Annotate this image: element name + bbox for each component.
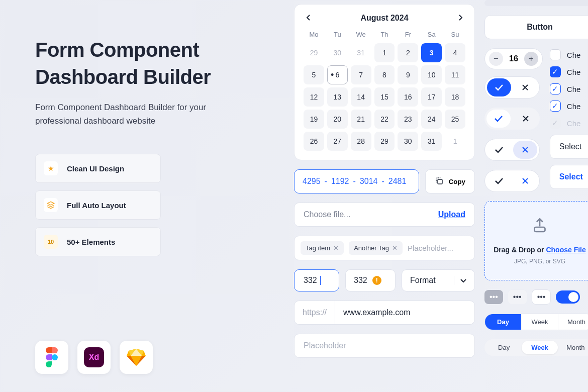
toggle[interactable] bbox=[484, 108, 540, 130]
minus-button[interactable]: − bbox=[489, 52, 503, 66]
copy-icon bbox=[435, 176, 444, 187]
segment-control-alt[interactable]: Day Week Month bbox=[484, 339, 588, 356]
calendar-day[interactable]: 29 bbox=[304, 43, 324, 62]
calendar-day[interactable]: 4 bbox=[445, 43, 465, 62]
file-input[interactable]: Choose file... Upload bbox=[294, 203, 475, 227]
tag-item[interactable]: Tag item✕ bbox=[301, 241, 344, 255]
button[interactable]: Button bbox=[484, 15, 588, 39]
calendar-day[interactable]: 14 bbox=[351, 87, 371, 107]
toggle[interactable] bbox=[484, 170, 540, 192]
close-icon[interactable]: ✕ bbox=[333, 244, 339, 252]
choose-file-link[interactable]: Choose File bbox=[546, 246, 585, 254]
toggle-accept[interactable] bbox=[484, 76, 540, 99]
number-input-focused[interactable]: 332 bbox=[294, 269, 339, 291]
checkbox-item[interactable]: ✓Che bbox=[550, 66, 588, 77]
dropzone[interactable]: Drag & Drop or Choose File JPG, PNG, or … bbox=[484, 201, 588, 280]
toggle[interactable] bbox=[484, 139, 540, 161]
plus-button[interactable]: + bbox=[524, 52, 538, 66]
calendar-day[interactable]: 27 bbox=[327, 132, 348, 151]
select-button[interactable]: Select bbox=[550, 135, 588, 159]
calendar-day[interactable]: 13 bbox=[327, 87, 348, 107]
layers-icon bbox=[44, 198, 58, 212]
calendar-day[interactable]: •6 bbox=[327, 65, 348, 84]
stepper[interactable]: − 16 + bbox=[484, 48, 543, 69]
segment-control[interactable]: Day Week Month bbox=[484, 314, 588, 330]
calendar-month: August 2024 bbox=[360, 14, 408, 23]
upload-link[interactable]: Upload bbox=[438, 210, 465, 219]
calendar-day[interactable]: 31 bbox=[421, 132, 442, 151]
calendar-day[interactable]: 30 bbox=[327, 43, 348, 62]
tag-item[interactable]: Another Tag✕ bbox=[349, 241, 403, 255]
calendar-day[interactable]: 26 bbox=[304, 132, 324, 151]
calendar-day[interactable]: 1 bbox=[374, 43, 395, 62]
more-button[interactable]: ••• bbox=[484, 290, 503, 304]
calendar-day[interactable]: 17 bbox=[421, 87, 442, 107]
more-button[interactable]: ••• bbox=[532, 289, 551, 305]
chevron-left-icon[interactable] bbox=[306, 14, 312, 23]
checkbox-item[interactable]: ✓Che bbox=[550, 83, 588, 94]
warning-icon: ! bbox=[372, 276, 381, 285]
calendar-day[interactable]: 25 bbox=[445, 110, 465, 129]
star-icon: ★ bbox=[44, 161, 58, 175]
number-input-warn[interactable]: 332! bbox=[345, 269, 396, 291]
format-select[interactable]: Format bbox=[402, 269, 475, 291]
close-icon bbox=[514, 110, 538, 128]
calendar-day[interactable]: 29 bbox=[374, 132, 395, 151]
calendar-day[interactable]: 2 bbox=[398, 43, 418, 62]
calendar-day[interactable]: 9 bbox=[398, 65, 418, 84]
calendar-day[interactable]: 21 bbox=[351, 110, 371, 129]
hero-title: Form ComponentDashboard Builder bbox=[35, 36, 266, 90]
calendar-day[interactable]: 10 bbox=[421, 65, 442, 84]
text-input[interactable]: Placeholder bbox=[294, 334, 475, 358]
check-icon bbox=[487, 172, 511, 190]
calendar-day[interactable]: 16 bbox=[398, 87, 418, 107]
dow-label: Su bbox=[445, 31, 465, 38]
check-icon bbox=[486, 110, 511, 128]
calendar-day[interactable]: 18 bbox=[445, 87, 465, 107]
calendar-day[interactable]: 23 bbox=[398, 110, 418, 129]
segment-option[interactable]: Week bbox=[522, 341, 557, 354]
url-input[interactable]: https:// www.example.com bbox=[294, 301, 475, 325]
calendar-day[interactable]: 15 bbox=[374, 87, 395, 107]
chevron-right-icon[interactable] bbox=[457, 14, 463, 23]
calendar-day[interactable]: 12 bbox=[304, 87, 324, 107]
calendar-day[interactable]: 7 bbox=[351, 65, 371, 84]
calendar-day[interactable]: 11 bbox=[445, 65, 465, 84]
calendar[interactable]: August 2024 MoTuWeThFrSaSu 29303112345•6… bbox=[294, 4, 475, 160]
calendar-day[interactable]: 31 bbox=[351, 43, 371, 62]
calendar-day[interactable]: 24 bbox=[421, 110, 442, 129]
segment-option[interactable]: Month bbox=[558, 314, 588, 330]
segment-option[interactable]: Day bbox=[485, 314, 522, 330]
dow-label: Mo bbox=[304, 31, 324, 38]
tag-input[interactable]: Tag item✕ Another Tag✕ Placeholder... bbox=[294, 236, 475, 260]
calendar-day[interactable]: 5 bbox=[304, 65, 324, 84]
dow-label: Th bbox=[374, 31, 395, 38]
button-disabled bbox=[484, 0, 588, 6]
checkbox-item[interactable]: Che bbox=[550, 49, 588, 60]
calendar-day[interactable]: 19 bbox=[304, 110, 324, 129]
segment-option[interactable]: Month bbox=[558, 341, 588, 354]
calendar-day[interactable]: 8 bbox=[374, 65, 395, 84]
segment-option[interactable]: Week bbox=[522, 314, 558, 330]
calendar-day[interactable]: 28 bbox=[351, 132, 371, 151]
checkbox-item[interactable]: ✓Che bbox=[550, 101, 588, 112]
calendar-day[interactable]: 20 bbox=[327, 110, 348, 129]
copy-button[interactable]: Copy bbox=[425, 169, 475, 193]
calendar-day[interactable]: 22 bbox=[374, 110, 395, 129]
dow-label: Sa bbox=[421, 31, 442, 38]
calendar-day[interactable]: 3 bbox=[421, 43, 442, 62]
svg-point-1 bbox=[52, 354, 58, 360]
more-button[interactable]: ••• bbox=[508, 290, 527, 304]
select-button-active[interactable]: Select bbox=[550, 165, 588, 189]
chevron-down-icon bbox=[454, 276, 466, 285]
upload-icon bbox=[493, 217, 586, 239]
check-icon bbox=[487, 78, 511, 96]
svg-marker-0 bbox=[47, 202, 54, 206]
switch[interactable] bbox=[556, 290, 580, 304]
calendar-day[interactable]: 30 bbox=[398, 132, 418, 151]
close-icon[interactable]: ✕ bbox=[392, 244, 398, 252]
svg-rect-10 bbox=[535, 227, 545, 232]
code-input[interactable]: 4295-1192-3014-2481 bbox=[294, 169, 419, 193]
calendar-day[interactable]: 1 bbox=[445, 132, 465, 151]
segment-option[interactable]: Day bbox=[486, 341, 522, 354]
